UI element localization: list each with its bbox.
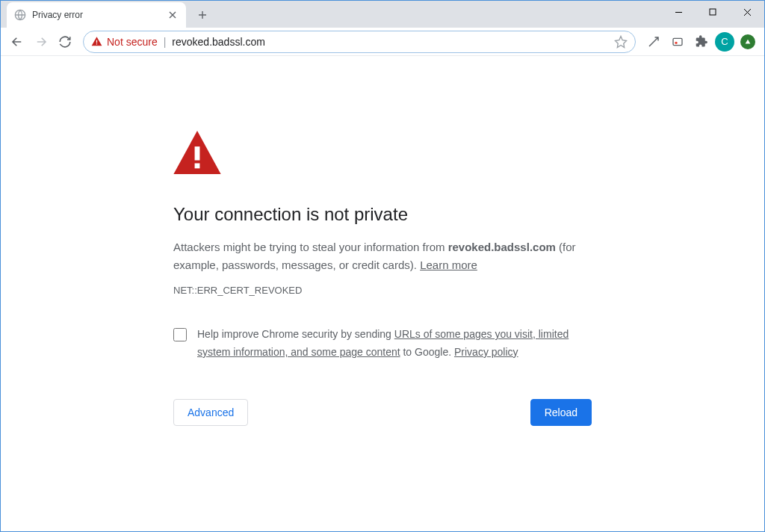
avatar-letter: C — [721, 36, 728, 47]
url-input[interactable] — [172, 36, 608, 48]
tab-title: Privacy error — [32, 10, 167, 20]
menu-button[interactable] — [737, 31, 758, 52]
maximize-button[interactable] — [696, 1, 730, 23]
close-tab-icon[interactable] — [167, 9, 179, 21]
window-controls — [661, 1, 764, 28]
toolbar: Not secure | C — [1, 28, 764, 56]
svg-rect-7 — [195, 164, 200, 169]
reload-page-button[interactable]: Reload — [530, 399, 592, 426]
error-code: NET::ERR_CERT_REVOKED — [173, 285, 592, 296]
forward-button[interactable] — [31, 31, 52, 52]
warning-triangle-icon — [173, 131, 592, 174]
svg-rect-1 — [710, 9, 716, 15]
advanced-button[interactable]: Advanced — [173, 399, 248, 426]
warning-triangle-icon — [91, 36, 102, 47]
separator: | — [164, 36, 167, 48]
reload-button[interactable] — [55, 31, 75, 52]
address-bar[interactable]: Not secure | — [83, 31, 636, 53]
browser-tab[interactable]: Privacy error — [7, 2, 186, 28]
svg-rect-4 — [673, 38, 682, 45]
error-host: revoked.badssl.com — [448, 241, 556, 253]
svg-point-5 — [675, 41, 677, 43]
ssl-error-interstitial: Your connection is not private Attackers… — [158, 131, 607, 426]
extension-icon-2[interactable] — [667, 31, 688, 52]
new-tab-button[interactable] — [192, 4, 213, 25]
close-window-button[interactable] — [730, 1, 764, 23]
svg-rect-6 — [195, 146, 200, 160]
security-label: Not secure — [107, 36, 158, 48]
learn-more-link[interactable]: Learn more — [420, 259, 477, 271]
safe-browsing-optin: Help improve Chrome security by sending … — [173, 326, 592, 362]
optin-text: Help improve Chrome security by sending … — [197, 326, 592, 362]
svg-rect-3 — [96, 43, 97, 44]
browser-window: Privacy error Not secure — [0, 0, 765, 532]
button-row: Advanced Reload — [173, 399, 592, 426]
globe-icon — [14, 9, 26, 21]
page-content: Your connection is not private Attackers… — [1, 56, 764, 531]
svg-rect-2 — [96, 40, 97, 43]
error-description: Attackers might be trying to steal your … — [173, 238, 592, 274]
extensions-puzzle-icon[interactable] — [691, 31, 712, 52]
privacy-policy-link[interactable]: Privacy policy — [454, 346, 518, 358]
extension-icon-1[interactable] — [643, 31, 664, 52]
security-indicator[interactable]: Not secure — [91, 36, 158, 48]
error-heading: Your connection is not private — [173, 204, 592, 225]
minimize-button[interactable] — [661, 1, 696, 23]
profile-avatar[interactable]: C — [715, 32, 734, 52]
optin-checkbox[interactable] — [173, 328, 187, 341]
back-button[interactable] — [7, 31, 28, 52]
tab-strip: Privacy error — [1, 1, 764, 28]
bookmark-star-icon[interactable] — [614, 35, 628, 49]
